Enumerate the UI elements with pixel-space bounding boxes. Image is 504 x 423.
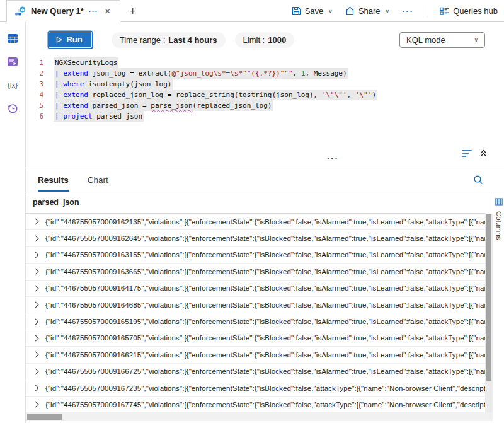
share-chevron-icon: ∨ (386, 8, 390, 14)
row-json-text: {"id":"4467550570009166215","violations"… (45, 351, 485, 359)
functions-icon[interactable]: {fx} (6, 79, 19, 91)
kql-editor[interactable]: 1NGXSecurityLogs2| extend json_log = ext… (26, 57, 504, 122)
table-row[interactable]: {"id":"4467550570009164685","violations"… (26, 297, 485, 313)
results-panel: Results Chart parsed_json {"id":"4467550… (26, 168, 504, 423)
table-row[interactable]: {"id":"4467550570009167745","violations"… (26, 397, 485, 413)
kql-mode-value: KQL mode (406, 35, 445, 45)
code-text[interactable]: | extend json_log = extract(@"json_log\s… (54, 68, 348, 79)
search-icon[interactable] (473, 175, 483, 185)
expand-row-chevron-icon[interactable] (33, 352, 39, 358)
tab-more-button[interactable]: ··· (89, 7, 98, 16)
save-icon (292, 6, 301, 16)
expand-row-chevron-icon[interactable] (33, 235, 39, 241)
vertical-scrollbar-thumb[interactable] (486, 214, 491, 381)
new-tab-button[interactable]: + (129, 0, 136, 22)
saved-queries-icon[interactable] (6, 55, 19, 68)
run-label: Run (66, 35, 82, 44)
adx-app-icon (14, 6, 26, 16)
limit-label: Limit : (243, 35, 265, 45)
collapse-panel-icon[interactable] (479, 149, 488, 158)
share-button[interactable]: Share ∨ (345, 6, 389, 16)
expand-row-chevron-icon[interactable] (33, 385, 39, 391)
query-tab[interactable]: New Query 1* ··· ✕ (6, 0, 120, 22)
expand-row-chevron-icon[interactable] (33, 318, 39, 325)
time-range-value: Last 4 hours (168, 35, 217, 45)
tab-chart[interactable]: Chart (88, 168, 108, 192)
expand-row-chevron-icon[interactable] (33, 402, 39, 408)
line-number: 5 (26, 100, 43, 111)
query-workspace: ▷ Run Time range : Last 4 hours Limit : … (26, 22, 504, 423)
row-json-text: {"id":"4467550570009165705","violations"… (45, 334, 485, 342)
vertical-scrollbar[interactable] (485, 214, 493, 412)
code-text[interactable]: | extend parsed_json = parse_json(replac… (54, 100, 273, 111)
horizontal-scrollbar[interactable] (26, 412, 485, 421)
line-number: 1 (26, 57, 43, 68)
code-line-3[interactable]: 3| where isnotempty(json_log) (26, 79, 504, 90)
tab-results[interactable]: Results (38, 168, 69, 192)
column-header-parsed-json[interactable]: parsed_json (26, 192, 485, 214)
play-icon: ▷ (57, 35, 62, 43)
expand-row-chevron-icon[interactable] (33, 335, 39, 341)
save-button[interactable]: Save ∨ (292, 6, 333, 16)
run-button[interactable]: ▷ Run (49, 32, 92, 48)
code-line-4[interactable]: 4| extend replaced_json_log = replace_st… (26, 90, 504, 100)
code-line-2[interactable]: 2| extend json_log = extract(@"json_log\… (26, 68, 504, 79)
limit-value: 1000 (268, 35, 286, 45)
query-toolbar: ▷ Run Time range : Last 4 hours Limit : … (26, 22, 504, 48)
row-json-text: {"id":"4467550570009163155","violations"… (45, 251, 485, 258)
more-commands-button[interactable]: ··· (402, 6, 414, 16)
top-tab-bar: New Query 1* ··· ✕ + Save ∨ (0, 0, 504, 22)
code-line-1[interactable]: 1NGXSecurityLogs (26, 57, 504, 68)
kql-mode-dropdown[interactable]: KQL mode ∨ (399, 32, 485, 48)
queries-hub-icon (440, 7, 449, 16)
table-row[interactable]: {"id":"4467550570009166215","violations"… (26, 347, 485, 363)
table-row[interactable]: {"id":"4467550570009165195","violations"… (26, 313, 485, 330)
table-row[interactable]: {"id":"4467550570009164175","violations"… (26, 281, 485, 297)
save-chevron-icon: ∨ (328, 8, 333, 14)
code-text[interactable]: | project parsed_json (54, 111, 144, 122)
expand-row-chevron-icon[interactable] (33, 219, 39, 225)
columns-rail[interactable]: Columns (493, 192, 504, 423)
tables-icon[interactable] (6, 32, 19, 45)
code-text[interactable]: | extend replaced_json_log = replace_str… (54, 90, 377, 100)
limit-pill[interactable]: Limit : 1000 (235, 32, 295, 48)
columns-icon (495, 198, 503, 206)
line-number: 6 (26, 111, 43, 122)
queries-hub-button[interactable]: Queries hub (440, 6, 498, 16)
table-row[interactable]: {"id":"4467550570009163665","violations"… (26, 264, 485, 280)
kql-mode-chevron-icon: ∨ (474, 37, 478, 43)
tab-title: New Query 1* (31, 6, 84, 16)
table-row[interactable]: {"id":"4467550570009162645","violations"… (26, 230, 485, 246)
columns-rail-label[interactable]: Columns (495, 211, 503, 240)
format-lines-icon[interactable] (462, 150, 472, 157)
code-text[interactable]: | where isnotempty(json_log) (54, 79, 173, 90)
code-line-6[interactable]: 6| project parsed_json (26, 111, 504, 122)
line-number: 4 (26, 90, 43, 100)
horizontal-scrollbar-thumb[interactable] (27, 414, 62, 420)
row-json-text: {"id":"4467550570009167235","violations"… (45, 385, 485, 392)
tab-close-icon[interactable]: ✕ (103, 7, 112, 16)
code-text[interactable]: NGXSecurityLogs (54, 57, 118, 68)
splitter-handle[interactable]: ··· (327, 155, 339, 161)
share-icon (345, 6, 355, 16)
time-range-pill[interactable]: Time range : Last 4 hours (112, 32, 226, 48)
row-json-text: {"id":"4467550570009165195","violations"… (45, 318, 485, 325)
table-row[interactable]: {"id":"4467550570009166725","violations"… (26, 364, 485, 380)
table-row[interactable]: {"id":"4467550570009165705","violations"… (26, 330, 485, 347)
table-row[interactable]: {"id":"4467550570009167235","violations"… (26, 380, 485, 397)
table-row[interactable]: {"id":"4467550570009163155","violations"… (26, 247, 485, 264)
expand-row-chevron-icon[interactable] (33, 368, 39, 374)
query-history-icon[interactable] (6, 102, 19, 115)
row-json-text: {"id":"4467550570009162135","violations"… (45, 218, 485, 226)
row-json-text: {"id":"4467550570009166725","violations"… (45, 368, 485, 375)
line-number: 2 (26, 68, 43, 79)
expand-row-chevron-icon[interactable] (33, 252, 39, 258)
save-label: Save (305, 6, 324, 16)
expand-row-chevron-icon[interactable] (33, 269, 39, 275)
code-line-5[interactable]: 5| extend parsed_json = parse_json(repla… (26, 100, 504, 111)
table-row[interactable]: {"id":"4467550570009162135","violations"… (26, 214, 485, 230)
divider (427, 5, 427, 18)
expand-row-chevron-icon[interactable] (33, 302, 39, 308)
expand-row-chevron-icon[interactable] (33, 285, 39, 291)
share-label: Share (358, 6, 381, 16)
